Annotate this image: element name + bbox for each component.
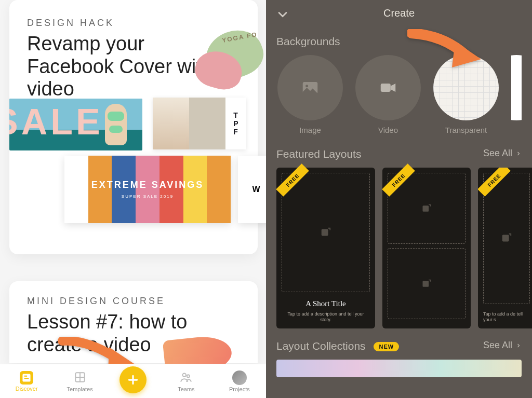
svg-rect-2 [24,378,29,379]
tab-discover[interactable]: Discover [0,371,53,392]
design-hack-card[interactable]: DESIGN HACK Revamp your Facebook Cover w… [9,0,258,254]
avatar-icon [232,370,247,385]
create-header: Create [266,0,532,26]
transparent-icon [433,55,499,120]
tab-templates[interactable]: Templates [53,370,106,392]
svg-point-7 [305,85,308,87]
placeholder-icon [282,173,370,292]
background-image[interactable]: Image [277,55,343,134]
placeholder-icon [388,248,466,319]
tab-teams[interactable]: Teams [159,370,212,392]
svg-rect-9 [322,229,328,236]
chevron-down-icon [275,7,290,22]
mini-course-card[interactable]: MINI DESIGN COURSE Lesson #7: how to cre… [9,281,258,363]
backgrounds-section: Backgrounds Image Video Transparent [266,26,532,134]
svg-rect-10 [423,205,429,212]
bg-video-label: Video [378,126,398,134]
collections-see-all[interactable]: See All [483,340,522,351]
plus-icon [126,373,140,387]
tab-teams-label: Teams [178,386,194,392]
create-fab[interactable] [119,366,147,393]
collapse-button[interactable] [275,7,290,24]
layout-collections-section: See All Layout Collections NEW [266,328,532,377]
sale-thumb: SALE [9,99,142,150]
create-title: Create [383,7,415,19]
sale-word: SALE [9,101,103,143]
tab-projects[interactable]: Projects [213,370,266,392]
featured-see-all[interactable]: See All [483,148,522,159]
svg-rect-8 [381,84,391,92]
svg-rect-1 [24,375,27,376]
extreme-savings-thumb: EXTREME SAVINGS SUPER SALE 2019 [64,156,231,223]
video-icon [355,55,421,120]
tile-b-thumb: TPF [153,98,246,149]
tab-create[interactable] [107,369,159,393]
chevron-right-icon [515,150,522,157]
backgrounds-label: Backgrounds [276,35,522,48]
tile-b-text: TPF [225,98,246,149]
featured-layouts-section: See All Featured Layouts FREE A Short Ti… [266,134,532,328]
collections-strip[interactable] [276,360,522,377]
bg-image-label: Image [299,126,321,134]
svg-rect-11 [423,281,429,287]
layout-1-sub: Tap to add a description and tell your s… [282,311,370,323]
layout-card-2[interactable]: FREE [382,168,471,328]
tab-projects-label: Projects [229,386,250,392]
new-badge: NEW [374,342,399,351]
discover-icon [20,371,33,385]
extreme-title: EXTREME SAVINGS [91,180,204,190]
templates-icon [73,370,87,385]
extreme-sub: SUPER SALE 2019 [122,194,174,199]
chevron-right-icon [515,342,522,349]
teams-icon [179,370,193,385]
tab-bar: Discover Templates Teams Projects [0,364,266,398]
layout-card-1[interactable]: FREE A Short Title Tap to add a descript… [276,168,375,328]
tab-templates-label: Templates [67,386,93,392]
eyebrow-2: MINI DESIGN COURSE [27,296,240,307]
svg-point-4 [183,373,187,377]
white-icon [511,55,522,120]
layout-1-title: A Short Title [282,299,370,308]
image-icon [277,55,343,120]
background-transparent[interactable]: Transparent [433,55,499,134]
eyebrow-1: DESIGN HACK [27,18,258,29]
create-panel: Create Backgrounds Image Video Transpare… [266,0,532,398]
background-more[interactable] [511,55,522,134]
left-panel: DESIGN HACK Revamp your Facebook Cover w… [0,0,266,398]
bg-transparent-label: Transparent [445,126,487,134]
placeholder-icon [483,173,530,304]
background-video[interactable]: Video [355,55,421,134]
tab-discover-label: Discover [16,386,38,392]
svg-point-5 [187,375,190,377]
layout-card-3[interactable]: FREE Tap to add a de tell your s [478,168,532,328]
layout-3-sub: Tap to add a de tell your s [483,311,530,323]
svg-rect-12 [502,235,509,242]
